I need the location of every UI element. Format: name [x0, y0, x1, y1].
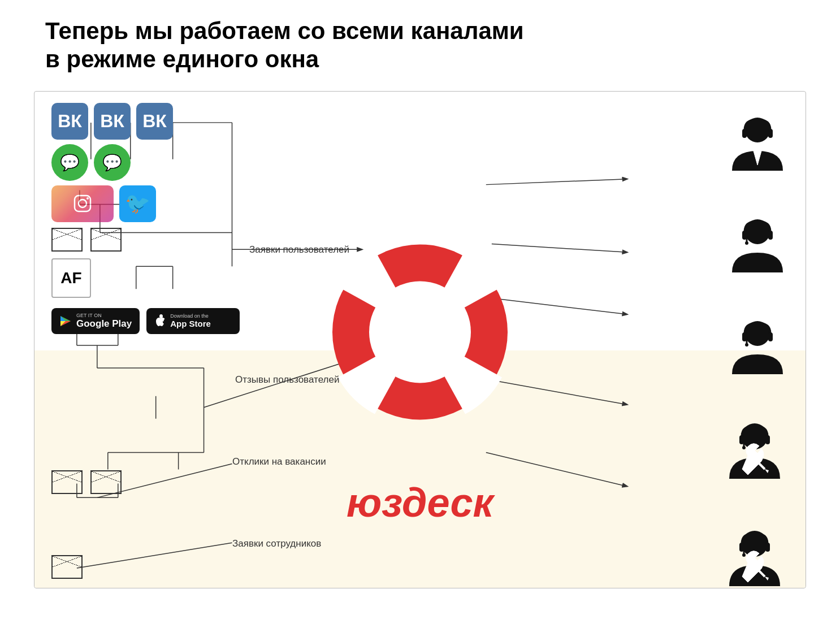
instagram-icon	[51, 185, 114, 222]
diagram-area: ВК ВК ВК 💬 💬	[34, 91, 806, 588]
vacancy-email-icon-2	[90, 470, 122, 494]
tech-agent-icon-1	[721, 419, 789, 487]
vacancy-email-row	[51, 470, 122, 494]
svg-point-63	[742, 446, 746, 449]
af-stores-section: AF GET IT ON Google Play	[51, 258, 266, 341]
google-play-small-text: GET IT ON	[76, 313, 132, 318]
svg-rect-68	[765, 543, 770, 552]
apple-icon	[154, 314, 166, 328]
svg-point-37	[79, 200, 86, 207]
employee-email-row	[51, 555, 83, 579]
page: Теперь мы работаем со всеми каналами в р…	[0, 0, 840, 628]
agent-row-1	[721, 114, 789, 176]
svg-rect-47	[742, 129, 747, 138]
twitter-icon: 🐦	[119, 185, 156, 222]
google-play-icon	[59, 315, 72, 327]
agent-icon-1	[726, 114, 789, 176]
app-store-text: Download on the App Store	[170, 313, 211, 328]
instagram-svg	[71, 192, 94, 215]
email-row-top	[51, 228, 266, 252]
page-title: Теперь мы работаем со всеми каналами в р…	[45, 17, 806, 74]
svg-point-43	[159, 314, 163, 318]
svg-point-70	[742, 553, 746, 557]
svg-point-58	[745, 343, 748, 347]
agent-row-2	[721, 216, 789, 278]
google-play-big-text: Google Play	[76, 318, 132, 330]
lifebuoy-svg	[324, 236, 516, 428]
tech-agent-icon-2	[721, 527, 789, 595]
app-store-big-text: App Store	[170, 319, 211, 328]
app-store-small-text: Download on the	[170, 313, 211, 319]
chat-bubble-2: 💬	[102, 153, 122, 172]
app-store-button[interactable]: Download on the App Store	[146, 308, 240, 334]
vk-label-2: ВК	[100, 111, 124, 132]
af-badge: AF	[51, 258, 91, 298]
svg-point-38	[86, 197, 89, 200]
chat-icon-1: 💬	[51, 144, 88, 181]
af-label: AF	[60, 269, 81, 287]
google-play-text: GET IT ON Google Play	[76, 313, 132, 330]
store-row: GET IT ON Google Play Download on the Ap…	[51, 308, 266, 334]
svg-line-31	[486, 179, 627, 184]
svg-point-53	[745, 241, 748, 245]
google-play-button[interactable]: GET IT ON Google Play	[51, 308, 140, 334]
lifebuoy	[324, 236, 516, 428]
chat-bubble-1: 💬	[60, 153, 80, 172]
vk-icon-1: ВК	[51, 103, 88, 140]
chat-row: 💬 💬	[51, 144, 266, 181]
agent-icon-3	[726, 318, 789, 380]
agents-right	[721, 114, 789, 595]
employee-email-icon	[51, 555, 83, 579]
vk-icon-3: ВК	[136, 103, 173, 140]
vk-icon-2: ВК	[94, 103, 131, 140]
agent-row-5	[721, 527, 789, 595]
insta-twitter-row: 🐦	[51, 185, 266, 222]
twitter-bird-icon: 🐦	[125, 192, 150, 215]
channels-left: ВК ВК ВК 💬 💬	[51, 103, 266, 341]
yuzdesk-logo: юздеск	[347, 479, 493, 526]
svg-rect-56	[768, 332, 773, 341]
svg-rect-61	[765, 435, 770, 444]
email-icon-1	[51, 228, 83, 252]
label-otkliki-vakansii: Отклики на вакансии	[232, 456, 326, 467]
vacancy-email-icon-1	[51, 470, 83, 494]
vk-label-1: ВК	[58, 111, 82, 132]
svg-rect-48	[768, 129, 773, 138]
svg-rect-51	[768, 231, 773, 240]
vk-label-3: ВК	[142, 111, 167, 132]
chat-icon-2: 💬	[94, 144, 131, 181]
agent-icon-2	[726, 216, 789, 278]
vk-row: ВК ВК ВК	[51, 103, 266, 140]
af-row: AF	[51, 258, 266, 298]
agent-row-3	[721, 318, 789, 380]
label-zayavki-sotrudnikov: Заявки сотрудников	[232, 538, 321, 549]
agent-row-4	[721, 419, 789, 487]
email-icon-2	[90, 228, 122, 252]
